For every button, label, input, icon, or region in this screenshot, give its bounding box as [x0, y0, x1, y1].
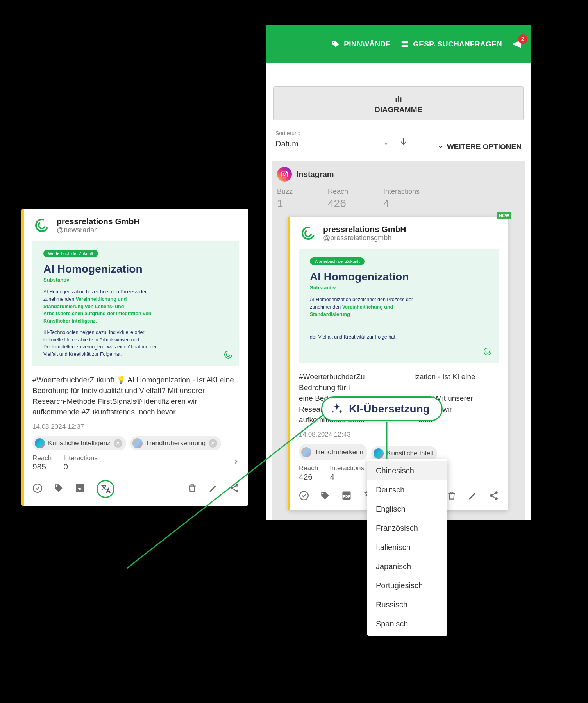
trash-icon[interactable]	[187, 483, 197, 495]
author-name[interactable]: pressrelations GmbH	[323, 225, 406, 234]
post-header: pressrelations GmbH @newsradar	[24, 209, 248, 237]
preview-title: AI Homogenization	[310, 271, 488, 283]
language-option[interactable]: Japanisch	[367, 557, 447, 576]
tag-icon[interactable]	[320, 491, 330, 502]
svg-point-22	[484, 348, 491, 355]
chevron-down-icon	[383, 141, 389, 147]
more-options-label: WEITERE OPTIONEN	[447, 143, 522, 151]
tag-label: Trendfrüherkenn	[315, 448, 363, 456]
remove-tag-icon[interactable]: ✕	[114, 439, 122, 448]
language-option[interactable]: Deutsch	[367, 480, 447, 500]
tag-chip[interactable]: Künstliche Intell	[371, 446, 437, 460]
right-panel: PINNWÄNDE GESP. SUCHANFRAGEN 2 DIAGRAMME…	[266, 25, 531, 520]
preview-pill: Wörterbuch der Zukunft	[43, 250, 98, 257]
svg-point-9	[231, 487, 233, 490]
language-option[interactable]: Russisch	[367, 595, 447, 614]
tag-icon	[35, 438, 45, 448]
timestamp: 14.08.2024 12:37	[24, 418, 248, 436]
callout-label: KI-Übersetzung	[349, 403, 430, 415]
author-handle[interactable]: @pressrelationsgmbh	[323, 234, 406, 242]
svg-point-0	[34, 218, 49, 233]
avatar	[299, 224, 318, 243]
tag-icon[interactable]	[54, 483, 64, 495]
diagrams-button[interactable]: DIAGRAMME	[273, 86, 524, 120]
svg-point-1	[38, 221, 46, 230]
interactions-label: Interactions	[63, 454, 98, 462]
language-option[interactable]: Englisch	[367, 500, 447, 519]
svg-point-4	[33, 484, 42, 492]
svg-rect-13	[402, 45, 408, 47]
svg-point-11	[333, 42, 334, 43]
action-row: PDF	[24, 471, 248, 506]
sparkle-icon	[330, 402, 343, 416]
instagram-icon	[277, 167, 292, 182]
remove-tag-icon[interactable]: ✕	[209, 439, 217, 448]
post-preview: Wörterbuch der Zukunft AI Homogenization…	[32, 241, 239, 366]
sort-row: Sortierung Datum WEITERE OPTIONEN	[266, 130, 531, 151]
avatar	[32, 216, 51, 235]
author-handle[interactable]: @newsradar	[57, 226, 139, 234]
source-name: Instagram	[297, 170, 334, 179]
svg-rect-16	[400, 97, 402, 102]
check-circle-icon[interactable]	[32, 483, 43, 495]
svg-rect-12	[402, 41, 408, 44]
reach-label: Reach	[32, 454, 52, 462]
notifications-icon[interactable]: 2	[512, 39, 524, 49]
sort-select[interactable]: Sortierung Datum	[275, 130, 389, 151]
tag-list: Trendfrüherkenn Künstliche Intell	[290, 444, 508, 460]
svg-point-18	[283, 173, 286, 176]
saved-searches-link[interactable]: GESP. SUCHANFRAGEN	[400, 40, 502, 48]
metrics-row: Reach 985 Interactions 0	[24, 450, 248, 471]
pdf-icon[interactable]: PDF	[341, 490, 352, 503]
svg-point-30	[495, 497, 498, 500]
tag-chip[interactable]: Künstliche Intelligenz ✕	[32, 436, 126, 450]
preview-title: AI Homogenization	[43, 263, 229, 275]
tag-chip[interactable]: Trendfrüherkenn	[299, 444, 367, 460]
svg-point-8	[236, 484, 238, 487]
stat-value: 4	[383, 197, 420, 210]
pdf-icon[interactable]: PDF	[75, 483, 86, 495]
chevron-right-icon[interactable]	[232, 458, 239, 467]
trash-icon[interactable]	[447, 491, 457, 502]
tag-label: Trendfrüherkennung	[146, 439, 206, 447]
check-circle-icon[interactable]	[299, 491, 309, 502]
tag-chip[interactable]: Trendfrüherkennung ✕	[130, 436, 221, 450]
share-icon[interactable]	[489, 491, 499, 502]
translate-icon[interactable]	[97, 480, 114, 498]
svg-text:PDF: PDF	[343, 494, 350, 498]
stat-value: 1	[277, 197, 293, 210]
saved-searches-label: GESP. SUCHANFRAGEN	[413, 40, 502, 48]
brand-mark-icon	[483, 346, 493, 358]
more-options-button[interactable]: WEITERE OPTIONEN	[438, 143, 522, 151]
svg-point-21	[304, 229, 313, 237]
tag-icon	[132, 438, 143, 448]
sort-value: Datum	[275, 139, 298, 148]
post-card-left: pressrelations GmbH @newsradar Wörterbuc…	[21, 209, 248, 506]
interactions-value: 0	[63, 462, 98, 471]
svg-point-10	[236, 490, 238, 492]
edit-icon[interactable]	[208, 483, 218, 495]
svg-point-3	[226, 353, 230, 356]
svg-point-28	[495, 491, 498, 494]
pinboards-link[interactable]: PINNWÄNDE	[331, 40, 391, 48]
language-option[interactable]: Italienisch	[367, 538, 447, 557]
svg-text:PDF: PDF	[77, 487, 84, 491]
language-option[interactable]: Portugiesisch	[367, 576, 447, 595]
sort-direction-button[interactable]	[397, 132, 411, 151]
svg-point-23	[486, 350, 489, 353]
svg-rect-15	[398, 96, 399, 102]
language-option[interactable]: Spanisch	[367, 614, 447, 633]
edit-icon[interactable]	[468, 491, 478, 502]
author-name[interactable]: pressrelations GmbH	[57, 217, 139, 226]
svg-point-29	[490, 494, 493, 497]
language-option[interactable]: Chinesisch	[367, 461, 447, 480]
language-option[interactable]: Französisch	[367, 519, 447, 538]
post-preview: Wörterbuch der Zukunft AI Homogenization…	[299, 249, 499, 363]
share-icon[interactable]	[229, 483, 239, 495]
brand-mark-icon	[223, 350, 233, 361]
tag-icon	[374, 448, 384, 459]
pinboards-label: PINNWÄNDE	[344, 40, 391, 48]
preview-pos: Substantiv	[43, 277, 229, 283]
svg-point-24	[300, 491, 308, 500]
svg-rect-14	[396, 98, 397, 102]
